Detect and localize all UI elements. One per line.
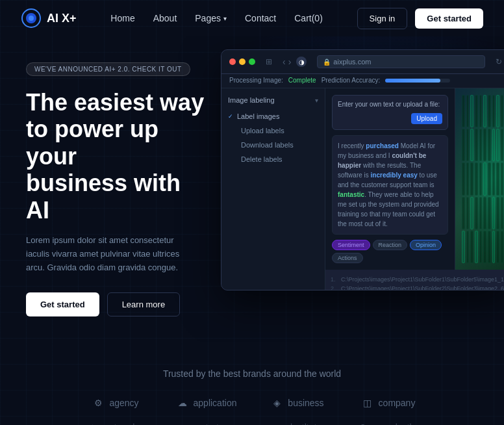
chat-label: Enter your own text or upload a file: [338,101,442,108]
tag-reaction[interactable]: Reaction [373,240,408,250]
brand-organization[interactable]: ↺ organization [343,422,434,425]
logo[interactable]: AI X+ [21,8,77,29]
refresh-icon[interactable]: ↻ [496,57,502,66]
nav-links: Home About Pages ▾ Contact Cart(0) [110,13,322,23]
brand-enterprise-label: enterprise [104,422,144,425]
tag-sentiment[interactable]: Sentiment [332,240,370,250]
file-list-panel: 1. C:\Projects\images\Project1\SubFolder… [325,270,504,290]
institute-icon: ⊕ [273,422,285,425]
file-list-item-2: 2. C:\Projects\images\Project1\SubFolder… [331,284,504,290]
accuracy-label: Prediction Accuracy: [321,77,381,84]
keys-grid [462,95,504,263]
brand-company[interactable]: ◫ company [343,397,434,409]
announcement-badge[interactable]: We've announced AI+ 2.0. Check it out [26,62,190,76]
nav-contact[interactable]: Contact [245,13,276,23]
brand-institute-label: institute [290,422,321,425]
brand-application-label: application [194,398,237,408]
lock-icon: 🔒 [323,58,331,66]
keyboard-visual [455,88,504,270]
brand-institute[interactable]: ⊕ institute [252,422,343,425]
hero-right: ⊞ ‹ › ◑ 🔒 aixplus.com ↻ Processing Image… [221,36,504,342]
sidebar-item-upload-labels[interactable]: Upload labels [221,123,325,138]
sidebar-header: Image labeling ▾ [221,94,325,109]
hero-title: The easiest way to power up your busines… [26,89,208,224]
brand-startup[interactable]: ↗ startup [161,422,252,425]
hero-buttons: Get started Learn more [26,292,208,316]
chat-tags: Sentiment Reaction Opinion Actions [332,240,448,263]
brand-agency-label: agency [109,398,138,408]
accuracy-bar [385,79,450,83]
processing-label: Processing Image: [229,77,283,84]
dot-green [249,58,255,65]
sidebar-item-download-labels[interactable]: Download labels [221,138,325,152]
grid-icon: ⊞ [266,57,272,66]
logo-text: AI X+ [47,12,77,25]
browser-content: Image labeling ▾ ✓ Label images Upload l… [221,88,504,290]
address-text: aixplus.com [333,58,371,66]
nav-about[interactable]: About [153,13,177,23]
sidebar-title: Image labeling [228,96,275,104]
tag-opinion[interactable]: Opinion [410,240,442,250]
hero-description: Lorem ipsum dolor sit amet consectetur i… [26,234,195,274]
dot-red [229,58,236,65]
main-content: Enter your own text or upload a file: Up… [325,88,504,290]
organization-icon: ↺ [355,422,367,425]
browser-dots [229,58,255,65]
nav-home[interactable]: Home [110,13,134,23]
agency-icon: ⚙ [92,397,104,409]
browser-nav: ‹ › [283,57,291,67]
brand-enterprise[interactable]: ✦ enterprise [70,422,161,425]
pages-chevron-icon: ▾ [223,15,227,22]
sidebar-expand-icon[interactable]: ▾ [315,97,318,104]
nav-cart[interactable]: Cart(0) [294,13,323,23]
navbar: AI X+ Home About Pages ▾ Contact Cart(0)… [0,0,504,36]
startup-icon: ↗ [184,422,196,425]
application-icon: ☁ [177,397,188,409]
brands-grid: ⚙ agency ☁ application ◈ business ◫ comp… [70,397,434,425]
browser-mockup: ⊞ ‹ › ◑ 🔒 aixplus.com ↻ Processing Image… [221,49,504,290]
nav-actions: Sign in Get started [357,8,483,29]
processing-status: Complete [288,77,316,84]
svg-point-2 [29,16,34,21]
browser-icons: ⊞ [266,57,272,66]
back-icon[interactable]: ‹ [283,57,286,67]
theme-toggle[interactable]: ◑ [296,57,307,67]
brand-organization-label: organization [372,422,422,425]
tag-actions[interactable]: Actions [332,253,363,263]
browser-bar: ⊞ ‹ › ◑ 🔒 aixplus.com ↻ [221,50,504,74]
logo-icon [21,8,42,29]
enterprise-icon: ✦ [87,422,99,425]
image-panel [455,88,504,270]
getstarted-nav-button[interactable]: Get started [415,8,483,29]
company-icon: ◫ [362,397,373,409]
brand-application[interactable]: ☁ application [161,397,252,409]
sidebar-item-label-images[interactable]: ✓ Label images [221,109,325,123]
accuracy-fill [385,79,440,83]
trusted-section: Trusted by the best brands around the wo… [0,342,504,425]
sidebar-item-delete-labels[interactable]: Delete labels [221,152,325,166]
hero-left: We've announced AI+ 2.0. Check it out Th… [0,36,208,342]
hero-getstarted-button[interactable]: Get started [26,292,99,316]
brand-startup-label: startup [201,422,229,425]
trusted-title: Trusted by the best brands around the wo… [21,368,483,379]
signin-button[interactable]: Sign in [357,8,408,29]
announcement-text: We've announced AI+ 2.0. Check it out [34,66,182,73]
chat-input-area: Enter your own text or upload a file: Up… [332,95,448,130]
processing-bar: Processing Image: Complete Prediction Ac… [221,74,504,88]
brand-business-label: business [288,398,323,408]
hero-learnmore-button[interactable]: Learn more [107,292,180,316]
chat-panel: Enter your own text or upload a file: Up… [325,88,455,270]
chat-message: I recently purchased Model AI for my bus… [332,135,448,235]
upload-button[interactable]: Upload [411,113,442,124]
dot-yellow [239,58,246,65]
brand-business[interactable]: ◈ business [252,397,343,409]
forward-icon[interactable]: › [288,57,292,67]
sidebar-panel: Image labeling ▾ ✓ Label images Upload l… [221,88,325,290]
hero-section: We've announced AI+ 2.0. Check it out Th… [0,36,504,342]
address-bar[interactable]: 🔒 aixplus.com [317,55,485,68]
brand-agency[interactable]: ⚙ agency [70,397,161,409]
top-row: Enter your own text or upload a file: Up… [325,88,504,270]
file-list-item-1: 1. C:\Projects\images\Project1\SubFolder… [331,275,504,284]
nav-pages[interactable]: Pages ▾ [195,13,227,23]
brand-company-label: company [379,398,416,408]
